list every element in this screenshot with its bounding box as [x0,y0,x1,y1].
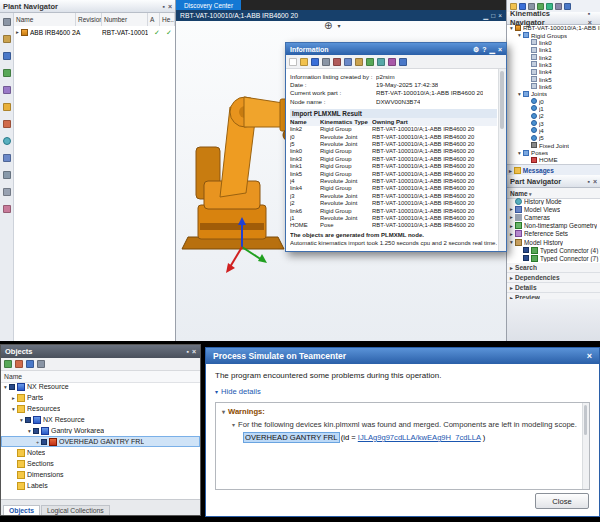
device-id-link[interactable]: IJLAg9g97cdLLA/kwEAg9H_7cdLLA [358,433,481,442]
checkbox[interactable] [9,384,15,390]
tree-item-link4[interactable]: link4 [507,68,600,75]
collapse-arrow-icon[interactable]: ▾ [18,417,25,423]
expand-arrow-icon[interactable]: ▸ [508,265,515,271]
collapse-all-icon[interactable] [15,360,23,368]
tree-item-details[interactable]: ▸Details [507,283,600,293]
cut-icon[interactable] [333,58,341,66]
close-icon[interactable]: × [587,352,592,361]
expand-arrow-icon[interactable]: ▸ [508,214,515,220]
chart-icon[interactable] [3,154,11,162]
find-icon[interactable] [366,58,374,66]
tree-item-notes[interactable]: Notes [1,447,200,458]
expand-arrow-icon[interactable]: ▸ [10,395,17,401]
tree-item-overhead-gantry-frl[interactable]: +OVERHEAD GANTRY FRL [1,436,200,447]
tree-item-dependencies[interactable]: ▸Dependencies [507,273,600,283]
collapse-arrow-icon[interactable]: ▾ [2,384,9,390]
checkbox[interactable] [41,439,47,445]
tree-item-rigid-groups[interactable]: ▾Rigid Groups [507,31,600,38]
warnings-header[interactable]: Warnings: [222,407,583,416]
flag-icon[interactable] [3,120,11,128]
zoom-in-icon[interactable] [377,58,385,66]
tag-icon[interactable] [3,205,11,213]
paste-icon[interactable] [355,58,363,66]
checkbox[interactable] [25,417,31,423]
star-icon[interactable] [3,103,11,111]
save-icon[interactable] [311,58,319,66]
view-orient-tool[interactable]: ⊕▾ [324,21,340,31]
hide-details-link[interactable]: Hide details [215,387,261,396]
tree-item-model-views[interactable]: ▸Model Views [507,205,600,213]
tree-item-non-timestamp-geometry[interactable]: ▸Non-timestamp Geometry [507,222,600,230]
tree-item-j2[interactable]: j2 [507,112,600,119]
device-name-highlighted[interactable]: OVERHEAD GANTRY FRL [244,433,339,442]
clock-icon[interactable] [3,137,11,145]
objects-titlebar[interactable]: Objects ▪× [1,345,200,358]
min-icon[interactable]: ▁ [483,13,488,20]
tree-item-history-mode[interactable]: History Mode [507,197,600,205]
tree-item-link6[interactable]: link6 [507,83,600,90]
tree-item-typed-connector-7-toolframe[interactable]: Typed Connector (7) "TOOLFRAME" [507,254,600,262]
expand-arrow-icon[interactable]: ▸ [508,285,515,291]
tree-item-link0[interactable]: link0 [507,39,600,46]
tree-item-sections[interactable]: Sections [1,458,200,469]
target-icon[interactable]: ⊕ [324,21,332,31]
checkbox[interactable] [523,255,529,261]
tree-item-link1[interactable]: link1 [507,46,600,53]
tree-item-gantry-workarea[interactable]: ▾Gantry Workarea [1,425,200,436]
collapse-arrow-icon[interactable]: ▾ [508,25,515,31]
pin-icon[interactable]: ▪ [587,178,589,185]
expand-arrow-icon[interactable]: ▸ [508,231,515,237]
expand-arrow-icon[interactable]: ▸ [508,223,515,229]
pencil-icon[interactable] [3,35,11,43]
tree-item-model-history[interactable]: ▾Model History [507,238,600,246]
expand-all-icon[interactable] [4,360,12,368]
expand-arrow-icon[interactable]: ▸ [508,275,515,281]
check-icon[interactable]: ✓ [166,29,172,36]
scrollbar-thumb[interactable] [500,71,504,129]
column-header-a[interactable]: A [148,13,160,26]
scrollbar-thumb[interactable] [584,405,587,435]
tree-item-j1[interactable]: j1 [507,105,600,112]
tree-item-cameras[interactable]: ▸Cameras [507,213,600,221]
doc-new-icon[interactable] [289,58,297,66]
tree-item-labels[interactable]: Labels [1,480,200,491]
collapse-arrow-icon[interactable]: ▾ [508,239,515,245]
close-icon[interactable]: × [498,13,502,20]
tree-item-search[interactable]: ▸Search [507,263,600,273]
min-icon[interactable]: ▁ [490,46,495,53]
close-button[interactable]: Close [535,493,589,509]
tree-item-joints[interactable]: ▾Joints [507,90,600,97]
close-icon[interactable]: × [192,348,196,355]
column-header-he[interactable]: He... [160,13,175,26]
max-icon[interactable]: □ [491,13,495,20]
expand-arrow-icon[interactable]: ▸ [508,206,515,212]
expand-arrow-icon[interactable] [14,29,21,35]
zoom-out-icon[interactable] [388,58,396,66]
warning-item[interactable]: For the following devices kin.plmxml was… [222,420,583,429]
ps-dialog-titlebar[interactable]: Process Simulate on Teamcenter × [206,348,599,364]
check-icon[interactable]: ✓ [154,29,160,36]
tree-item-nx-resource[interactable]: ▾NX Resource [1,381,200,392]
tree-item-j0[interactable]: j0 [507,97,600,104]
copy-icon[interactable] [344,58,352,66]
checkbox[interactable] [523,247,529,253]
tree-item-reference-sets[interactable]: ▸Reference Sets [507,230,600,238]
collapse-arrow-icon[interactable]: ▾ [516,91,523,97]
gear-icon[interactable]: ⚙ [473,46,479,53]
print-icon[interactable] [322,58,330,66]
down-icon[interactable]: ▾ [337,23,340,29]
pin-icon[interactable]: ▪ [162,3,164,10]
tree-item-typed-connector-4-baseframe[interactable]: Typed Connector (4) "BASEFRAME" [507,246,600,254]
plant-tree-row-abb-irb4600[interactable]: ABB IRB4600 20 A RBT-VAT-100019 ✓✓ [14,26,175,38]
tree-item-link5[interactable]: link5 [507,75,600,82]
tree-item-nx-resource[interactable]: ▾NX Resource [1,414,200,425]
tab-objects[interactable]: Objects [3,505,40,515]
wrench-icon[interactable] [3,171,11,179]
tab-discovery-center[interactable]: Discovery Center [176,0,241,10]
camera-icon[interactable] [3,188,11,196]
doc-open-icon[interactable] [300,58,308,66]
close-icon[interactable]: × [593,178,597,185]
settings2-icon[interactable] [37,360,45,368]
tree-item-link3[interactable]: link3 [507,61,600,68]
collapse-arrow-icon[interactable]: ▾ [26,428,33,434]
